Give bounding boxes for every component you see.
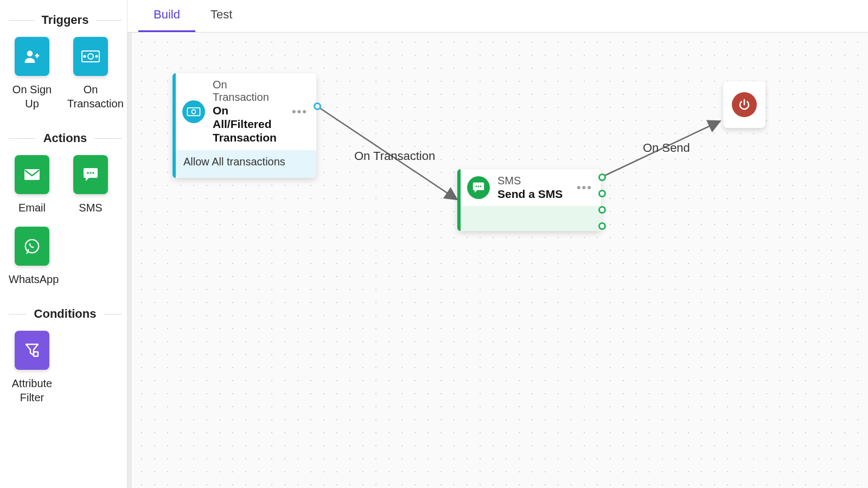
svg-point-3 xyxy=(84,56,86,57)
output-port-1[interactable] xyxy=(598,174,606,181)
svg-point-6 xyxy=(87,172,89,174)
workflow-tabs: Build Test xyxy=(127,0,868,33)
tile-label: SMS xyxy=(67,201,114,215)
section-title-label: Conditions xyxy=(34,307,97,321)
section-title-label: Triggers xyxy=(42,13,89,27)
node-sms[interactable]: SMS Send a SMS ••• xyxy=(457,169,601,231)
section-triggers: Triggers On Sign Up On Transaction xyxy=(5,13,122,111)
tile-sms[interactable]: SMS xyxy=(67,155,114,215)
node-header: On Transaction On All/Filtered Transacti… xyxy=(176,73,316,150)
whatsapp-icon xyxy=(15,227,49,266)
money-icon xyxy=(182,100,205,123)
node-end[interactable] xyxy=(723,81,765,128)
power-icon xyxy=(732,92,757,117)
tile-email[interactable]: Email xyxy=(9,155,55,215)
tab-test[interactable]: Test xyxy=(195,0,247,32)
svg-point-2 xyxy=(88,54,93,59)
envelope-icon xyxy=(15,155,49,194)
output-port-4[interactable] xyxy=(598,222,606,230)
tile-attribute-filter[interactable]: Attribute Filter xyxy=(9,331,55,404)
node-header: SMS Send a SMS ••• xyxy=(461,169,601,206)
node-type-label: On Transaction xyxy=(213,79,282,104)
edge-on-send xyxy=(601,121,719,177)
node-more-menu-icon[interactable]: ••• xyxy=(290,105,310,119)
node-title-label: On All/Filtered Transaction xyxy=(213,104,282,145)
funnel-icon xyxy=(15,331,49,370)
output-port[interactable] xyxy=(314,102,321,110)
chat-icon xyxy=(467,176,490,199)
chat-icon xyxy=(73,155,108,194)
svg-point-12 xyxy=(192,110,195,113)
edge-on-transaction xyxy=(316,106,456,199)
workflow-canvas[interactable]: On Transaction On All/Filtered Transacti… xyxy=(127,33,868,488)
user-plus-icon xyxy=(15,37,49,76)
edge-label-on-send: On Send xyxy=(643,141,690,155)
tile-on-transaction[interactable]: On Transaction xyxy=(67,37,114,111)
section-title-conditions: Conditions xyxy=(9,307,122,321)
node-type-label: SMS xyxy=(497,175,567,187)
svg-rect-11 xyxy=(187,108,200,115)
svg-point-0 xyxy=(27,50,33,56)
tiles-triggers: On Sign Up On Transaction xyxy=(5,37,122,111)
section-title-label: Actions xyxy=(43,131,87,145)
section-title-triggers: Triggers xyxy=(9,13,122,27)
svg-point-13 xyxy=(476,185,477,187)
tile-label: Email xyxy=(9,201,55,215)
app-root: Triggers On Sign Up On Transaction xyxy=(0,0,868,488)
workspace: Build Test xyxy=(127,0,868,488)
svg-point-8 xyxy=(92,172,94,174)
tile-label: Attribute Filter xyxy=(9,376,55,404)
tiles-conditions: Attribute Filter xyxy=(5,331,122,404)
svg-point-7 xyxy=(90,172,92,174)
tile-label: On Sign Up xyxy=(9,82,55,111)
svg-point-4 xyxy=(96,56,98,57)
node-more-menu-icon[interactable]: ••• xyxy=(575,181,595,195)
node-body xyxy=(461,206,601,231)
tile-whatsapp[interactable]: WhatsApp xyxy=(9,227,55,286)
tab-build[interactable]: Build xyxy=(138,0,195,32)
svg-point-14 xyxy=(478,185,480,187)
output-port-3[interactable] xyxy=(598,206,606,214)
tile-on-sign-up[interactable]: On Sign Up xyxy=(9,37,55,111)
node-titles: SMS Send a SMS xyxy=(497,175,567,201)
tiles-actions: Email SMS WhatsApp xyxy=(5,155,122,286)
section-actions: Actions Email SMS xyxy=(5,131,122,286)
svg-rect-10 xyxy=(34,352,38,356)
output-port-2[interactable] xyxy=(598,190,606,197)
node-on-transaction[interactable]: On Transaction On All/Filtered Transacti… xyxy=(173,73,316,178)
node-title-label: Send a SMS xyxy=(497,187,567,201)
tile-label: On Transaction xyxy=(67,82,114,111)
palette-sidebar: Triggers On Sign Up On Transaction xyxy=(0,0,127,488)
section-title-actions: Actions xyxy=(9,131,122,145)
section-conditions: Conditions Attribute Filter xyxy=(5,307,122,404)
money-icon xyxy=(73,37,108,76)
node-body: Allow All transactions xyxy=(176,150,316,178)
tile-label: WhatsApp xyxy=(9,272,55,286)
node-titles: On Transaction On All/Filtered Transacti… xyxy=(213,79,282,145)
svg-point-15 xyxy=(480,185,482,187)
edge-label-on-transaction: On Transaction xyxy=(354,149,435,163)
